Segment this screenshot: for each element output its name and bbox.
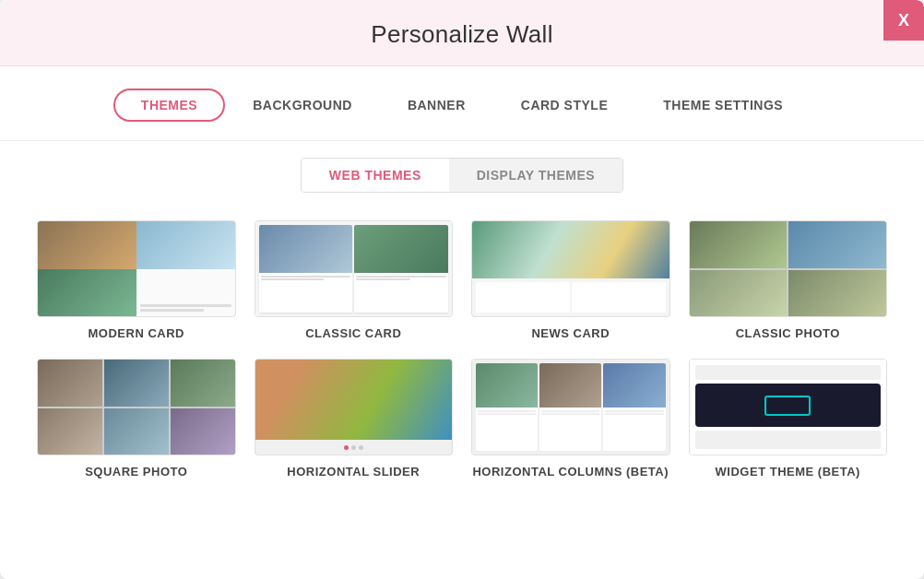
theme-square-photo[interactable]: SQUARE PHOTO [37,359,236,479]
themes-grid: MODERN CARD [0,202,924,506]
tab-background[interactable]: BACKGROUND [225,89,380,122]
modal-title: Personalize Wall [0,20,924,49]
theme-modern-card-thumbnail [37,220,236,317]
theme-widget-theme[interactable]: WIDGET THEME (BETA) [689,359,888,479]
theme-horizontal-columns[interactable]: HORIZONTAL COLUMNS (BETA) [471,359,670,479]
theme-news-card-label: NEWS CARD [531,326,610,340]
theme-classic-photo[interactable]: CLASSIC PHOTO [689,220,888,340]
theme-square-photo-thumbnail [37,359,236,455]
theme-widget-theme-thumbnail [689,359,888,455]
personalize-wall-modal: Personalize Wall X THEMES BACKGROUND BAN… [0,0,924,579]
sub-tab-web-themes[interactable]: WEB THEMES [302,159,449,192]
tab-theme-settings[interactable]: THEME SETTINGS [635,89,811,122]
tab-banner[interactable]: BANNER [380,89,493,122]
theme-classic-card[interactable]: CLASSIC CARD [255,220,454,340]
theme-square-photo-label: SQUARE PHOTO [85,465,187,479]
theme-classic-card-label: CLASSIC CARD [305,326,401,340]
theme-horizontal-slider-label: HORIZONTAL SLIDER [287,465,420,479]
tab-card-style[interactable]: CARD STYLE [493,89,635,122]
theme-modern-card-label: MODERN CARD [89,326,184,340]
theme-modern-card[interactable]: MODERN CARD [37,220,236,340]
main-nav: THEMES BACKGROUND BANNER CARD STYLE THEM… [0,66,924,141]
sub-tab-display-themes[interactable]: DISPLAY THEMES [449,159,622,192]
tab-themes[interactable]: THEMES [113,89,225,122]
theme-horizontal-columns-label: HORIZONTAL COLUMNS (BETA) [472,465,669,479]
theme-classic-photo-label: CLASSIC PHOTO [736,326,840,340]
theme-news-card-thumbnail [471,220,670,317]
theme-news-card[interactable]: NEWS CARD [471,220,670,340]
theme-widget-theme-label: WIDGET THEME (BETA) [716,465,860,479]
sub-tabs-wrapper: WEB THEMES DISPLAY THEMES [0,141,924,202]
modal-header: Personalize Wall [0,0,924,66]
theme-horizontal-slider-thumbnail [255,359,454,455]
theme-classic-card-thumbnail [255,220,454,317]
theme-horizontal-columns-thumbnail [471,359,670,455]
theme-classic-photo-thumbnail [689,220,888,317]
theme-horizontal-slider[interactable]: HORIZONTAL SLIDER [255,359,454,479]
sub-tabs-container: WEB THEMES DISPLAY THEMES [301,158,623,193]
close-button[interactable]: X [883,0,924,41]
